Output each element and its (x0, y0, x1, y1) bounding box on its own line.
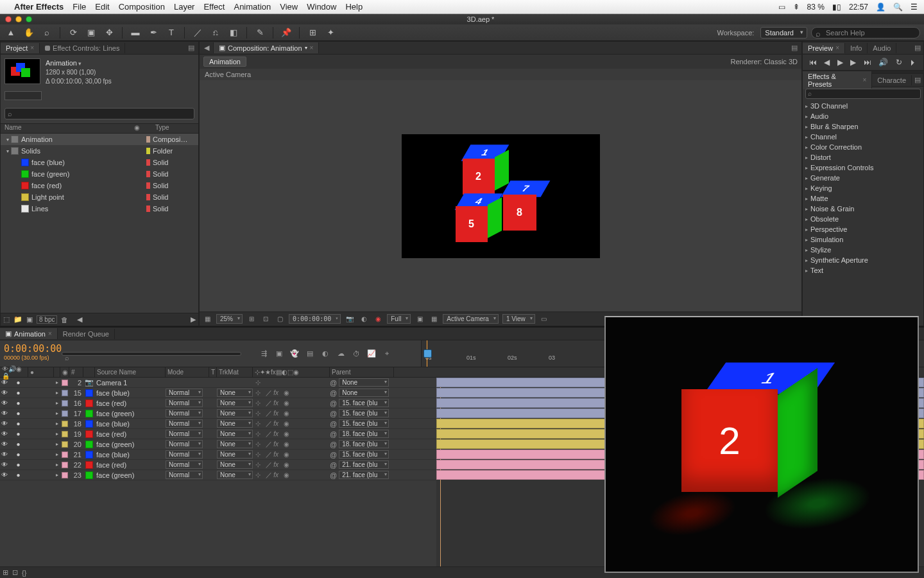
close-icon[interactable]: × (310, 44, 314, 51)
brush-tool-icon[interactable]: ／ (191, 26, 205, 39)
timeline-layer-row[interactable]: 👁● ▸ 15 face (blue) Normal None ⊹ ／ fx ◉… (0, 388, 436, 398)
effect-category[interactable]: ▸Text (803, 265, 923, 276)
pan-behind-tool-icon[interactable]: ✥ (102, 26, 116, 39)
project-tab[interactable]: Project× (1, 43, 40, 53)
pixel-aspect-icon[interactable]: ▭ (539, 315, 549, 322)
channel-rgb-icon[interactable]: ◉ (373, 315, 383, 322)
ram-preview-window[interactable]: 1 2 (604, 316, 919, 573)
interpret-icon[interactable]: ⬚ (3, 315, 10, 324)
type-tool-icon[interactable]: T (164, 26, 178, 39)
effect-category[interactable]: ▸Stylize (803, 245, 923, 255)
snap2-icon[interactable]: ✦ (323, 26, 338, 39)
timeline-layer-row[interactable]: 👁● ▸ 18 face (blue) Normal None ⊹ ／ fx ◉… (0, 419, 436, 429)
wifi-icon[interactable]: ⇞ (793, 3, 800, 12)
zoom-dropdown[interactable]: 25% (216, 314, 243, 324)
grid-icon[interactable]: ⊞ (246, 315, 257, 322)
menu-animation[interactable]: Animation (234, 2, 271, 12)
menu-help[interactable]: Help (345, 2, 363, 12)
project-item[interactable]: ▾AnimationComposi… (1, 134, 198, 145)
comp-name[interactable]: Animation (46, 58, 112, 68)
col-source-header[interactable]: Source Name (95, 367, 166, 377)
mask-icon[interactable]: ▢ (275, 315, 285, 322)
project-item[interactable]: ▾SolidsFolder (1, 145, 198, 157)
effect-category[interactable]: ▸Synthetic Aperture (803, 255, 923, 265)
project-item[interactable]: face (green)Solid (1, 168, 198, 180)
user-icon[interactable]: 👤 (876, 3, 886, 12)
menu-view[interactable]: View (280, 2, 298, 12)
rotation-tool-icon[interactable]: ⟳ (66, 26, 80, 39)
notifications-icon[interactable]: ☰ (911, 3, 918, 12)
comp-viewer[interactable]: 1 2 7 8 4 5 (200, 80, 801, 311)
comp-mini-flowchart-icon[interactable]: ⇶ (258, 348, 270, 360)
brackets-icon[interactable]: {} (22, 569, 26, 577)
transparency-icon[interactable]: ▦ (429, 315, 439, 322)
play-icon[interactable]: ▶ (837, 58, 843, 67)
timeline-layer-row[interactable]: 👁● ▸ 16 face (red) Normal None ⊹ ／ fx ◉ … (0, 398, 436, 408)
timecode-display[interactable]: 0:00:00:00 (289, 314, 341, 324)
trash-icon[interactable]: 🗑 (61, 316, 68, 324)
snapshot-icon[interactable]: 📷 (345, 315, 355, 322)
col-number-header[interactable]: # (69, 367, 83, 377)
panel-menu-icon[interactable]: ▤ (912, 76, 923, 84)
character-tab[interactable]: Characte (872, 75, 912, 85)
menu-composition[interactable]: Composition (119, 2, 165, 12)
panel-menu-icon[interactable]: ▤ (912, 44, 923, 52)
comp-icon[interactable]: ▣ (26, 315, 33, 324)
puppet-tool-icon[interactable]: 📌 (279, 26, 293, 39)
menu-layer[interactable]: Layer (174, 2, 195, 12)
project-item[interactable]: face (blue)Solid (1, 157, 198, 168)
col-name-header[interactable]: Name (1, 124, 132, 133)
effect-category[interactable]: ▸Generate (803, 173, 923, 183)
folder-icon[interactable]: 📁 (13, 315, 22, 324)
minimize-window-button[interactable] (15, 16, 22, 22)
resolution-dropdown[interactable]: Full (387, 314, 411, 324)
guides-icon[interactable]: ⊡ (261, 315, 271, 322)
clone-tool-icon[interactable]: ⎌ (209, 26, 223, 39)
first-frame-icon[interactable]: ⏮ (809, 58, 817, 67)
frame-blend-icon[interactable]: ▤ (304, 348, 316, 360)
view-layout-dropdown[interactable]: 1 View (502, 314, 535, 324)
composition-tab[interactable]: ▣Composition: Animation▾× (214, 42, 319, 53)
info-tab[interactable]: Info (845, 43, 868, 53)
effect-category[interactable]: ▸Color Correction (803, 142, 923, 152)
timeline-layer-row[interactable]: 👁● ▸ 20 face (green) Normal None ⊹ ／ fx … (0, 439, 436, 450)
menu-edit[interactable]: Edit (95, 2, 109, 12)
col-mode-header[interactable]: Mode (166, 367, 209, 377)
project-item[interactable]: LinesSolid (1, 203, 198, 215)
motion-blur-icon[interactable]: ◐ (320, 348, 331, 360)
col-trkmat-header[interactable]: TrkMat (217, 367, 253, 377)
zoom-window-button[interactable] (26, 16, 32, 22)
timeline-layer-row[interactable]: 👁● ▸ 2 📷 Camera 1 ⊹ @None (0, 378, 436, 388)
effect-controls-tab[interactable]: Effect Controls: Lines (40, 43, 125, 53)
ram-preview-icon[interactable]: ⏵ (909, 58, 917, 67)
timeline-layer-row[interactable]: 👁● ▸ 21 face (blue) Normal None ⊹ ／ fx ◉… (0, 450, 436, 460)
timeline-comp-tab[interactable]: ▣Animation× (0, 328, 58, 339)
draft3d-icon[interactable]: ▣ (273, 348, 285, 360)
effects-presets-tab[interactable]: Effects & Presets× (803, 71, 872, 89)
roto-tool-icon[interactable]: ✎ (253, 26, 267, 39)
project-item[interactable]: Light pointSolid (1, 191, 198, 203)
bpc-button[interactable]: 8 bpc (37, 315, 57, 324)
timeline-layer-row[interactable]: 👁● ▸ 23 face (green) Normal None ⊹ ／ fx … (0, 470, 436, 480)
comp-breadcrumb[interactable]: Animation (203, 57, 246, 67)
effect-category[interactable]: ▸Keying (803, 183, 923, 193)
timeline-layer-list[interactable]: 👁● ▸ 2 📷 Camera 1 ⊹ @None 👁● ▸ 15 face (… (0, 378, 436, 566)
effect-category[interactable]: ▸Noise & Grain (803, 204, 923, 214)
pen-tool-icon[interactable]: ✒ (146, 26, 160, 39)
snap-icon[interactable]: ⊞ (305, 26, 320, 39)
scroll-right-icon[interactable]: ▶ (191, 315, 196, 324)
effect-category[interactable]: ▸Audio (803, 111, 923, 121)
col-type-header[interactable]: Type (141, 124, 198, 133)
effect-category[interactable]: ▸3D Channel (803, 101, 923, 111)
scroll-left-icon[interactable]: ◀ (77, 315, 82, 324)
menu-file[interactable]: File (73, 2, 86, 12)
project-search-input[interactable] (4, 108, 194, 119)
nav-back-icon[interactable]: ◀ (200, 42, 214, 53)
effect-category[interactable]: ▸Distort (803, 152, 923, 162)
col-t-header[interactable]: T (209, 367, 217, 377)
effect-category[interactable]: ▸Blur & Sharpen (803, 121, 923, 132)
clock[interactable]: 22:57 (849, 3, 868, 12)
roi-icon[interactable]: ▣ (415, 315, 425, 322)
autokey-icon[interactable]: ⏱ (350, 348, 362, 360)
help-search-input[interactable]: Search Help (811, 27, 920, 39)
